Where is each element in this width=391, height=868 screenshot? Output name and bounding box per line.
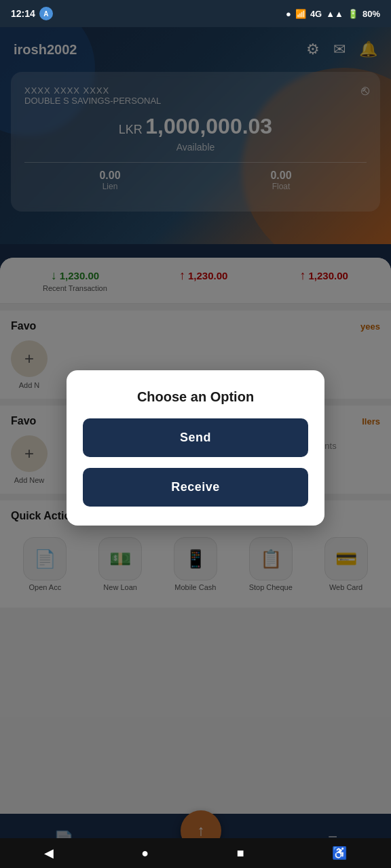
back-button[interactable]: ◀ xyxy=(44,846,54,861)
status-left: 12:14 A xyxy=(11,7,53,20)
status-bar: 12:14 A ● 📶 4G ▲▲ 🔋 80% xyxy=(0,0,391,27)
android-nav-bar: ◀ ● ■ ♿ xyxy=(0,838,391,868)
modal-overlay[interactable]: Choose an Option Send Receive xyxy=(0,27,391,868)
dot-icon: ● xyxy=(286,9,291,19)
time-display: 12:14 xyxy=(11,8,35,19)
battery-icon: 🔋 xyxy=(348,9,358,19)
status-right: ● 📶 4G ▲▲ 🔋 80% xyxy=(286,9,380,19)
signal-label: 4G xyxy=(310,9,322,19)
home-button[interactable]: ● xyxy=(141,846,149,861)
wifi-icon: 📶 xyxy=(295,9,306,19)
app-container: irosh2002 ⚙ ✉ 🔔 XXXX XXXX XXXX DOUBLE S … xyxy=(0,27,391,868)
battery-label: 80% xyxy=(362,9,380,19)
modal-title: Choose an Option xyxy=(83,389,308,405)
send-button[interactable]: Send xyxy=(83,418,308,457)
app-icon: A xyxy=(39,7,53,20)
choose-option-modal: Choose an Option Send Receive xyxy=(67,370,324,526)
recent-button[interactable]: ■ xyxy=(237,846,244,861)
signal-bars-icon: ▲▲ xyxy=(326,9,343,19)
accessibility-button[interactable]: ♿ xyxy=(332,846,347,861)
receive-button[interactable]: Receive xyxy=(83,468,308,507)
